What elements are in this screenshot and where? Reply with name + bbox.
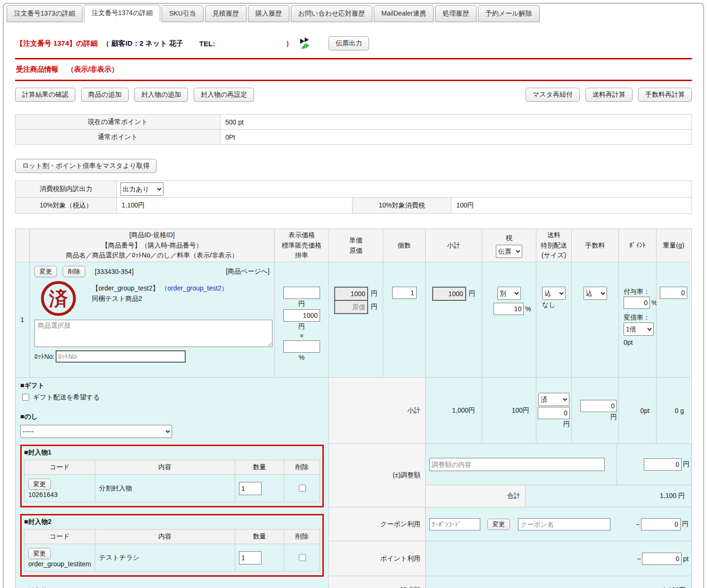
coupon-name-input[interactable]	[518, 518, 610, 530]
subtotal-input[interactable]	[432, 287, 466, 301]
product-page-link[interactable]: [商品ページへ]	[226, 267, 270, 276]
unit-price-input[interactable]	[334, 287, 368, 301]
product-group-link[interactable]: （order_group_test2）	[161, 284, 228, 292]
yen-unit: 円	[563, 420, 570, 429]
adjustment-amount-cell: 円	[617, 444, 691, 485]
insert-qty-header: 数量	[235, 460, 284, 475]
col-fee-header: 手数料	[572, 229, 619, 262]
lot-no-input[interactable]	[56, 350, 186, 363]
rate-input[interactable]	[283, 340, 320, 353]
tax-output-select[interactable]: 出力あり	[120, 182, 164, 196]
tab-inquiry-history[interactable]: お問い合わせ応対履歴	[291, 5, 372, 22]
add-insert-button[interactable]: 封入物の追加	[134, 88, 188, 102]
insert-1-change-button[interactable]: 変更	[28, 479, 51, 490]
slip-output-button[interactable]: 伝票出力	[329, 36, 369, 50]
lot-fetch-button[interactable]: ロット割・ポイント倍率をマスタより取得	[15, 159, 156, 173]
table-row: 10%対象（税込） 1,100円 10%対象消費税 100円	[16, 198, 692, 214]
coupon-cell: 変更 − 円	[426, 507, 691, 541]
insert-2-delete-checkbox[interactable]	[299, 554, 306, 561]
display-price-cell: 円 円 × %	[275, 262, 329, 378]
insert-2-content: テストチラシ	[95, 544, 235, 571]
change-product-button[interactable]: 変更	[34, 266, 57, 277]
point-use-input[interactable]	[642, 553, 682, 565]
coupon-code-input[interactable]	[429, 518, 480, 530]
point-total: 0pt	[624, 338, 653, 348]
yen-unit: 円	[682, 520, 689, 529]
shipping-tax-select[interactable]: 込	[542, 287, 566, 300]
fee-tax-select[interactable]: 込	[584, 287, 607, 300]
tab-process-history[interactable]: 処理履歴	[435, 5, 477, 22]
insert-delete-header: 削除	[284, 530, 320, 544]
tab-purchase-history[interactable]: 購入履歴	[248, 5, 289, 22]
tab-maildealer-link[interactable]: MailDealer連携	[374, 5, 434, 22]
insert-2-code-cell: 変更 order_group_testitem	[25, 544, 95, 571]
summary-weight-value: 0 g	[657, 378, 691, 443]
tax-type-select[interactable]: 別	[497, 287, 521, 300]
page-title: 【注文番号 1374】の詳細	[16, 39, 98, 48]
point-rate-input[interactable]	[624, 297, 650, 309]
insert-1-qty-input[interactable]	[239, 482, 262, 495]
summary-point-value: 0pt	[619, 378, 657, 443]
tab-order-1373-detail[interactable]: 注文番号1373の詳細	[7, 5, 82, 22]
coupon-change-button[interactable]: 変更	[487, 519, 510, 530]
delete-product-button[interactable]: 削除	[63, 266, 85, 277]
point-use-label: ポイント利用	[329, 541, 426, 576]
gift-delivery-checkbox[interactable]	[22, 394, 29, 401]
gift-and-inserts-cell: ■ギフト ギフト配送を希望する ■のし ----- ■封入物1 コード	[16, 378, 329, 588]
shipping-fee-input[interactable]	[538, 407, 570, 419]
summary-fee-cell: 円	[572, 378, 619, 443]
display-price-input[interactable]	[283, 287, 320, 299]
point-mult-label: 変倍率：	[624, 313, 653, 323]
coupon-amount-input[interactable]	[641, 518, 681, 530]
gift-delivery-option[interactable]: ギフト配送を希望する	[20, 392, 324, 402]
insert-1-delete-checkbox[interactable]	[299, 485, 306, 492]
master-relink-button[interactable]: マスタ再紐付	[526, 88, 580, 102]
divider	[15, 58, 692, 59]
product-choice-textarea[interactable]	[34, 320, 272, 347]
col-subtotal-header: 小計	[426, 229, 482, 262]
insert-1-table: コード 内容 数量 削除 変更 10261643 分割封入物	[24, 460, 320, 502]
tab-reserve-mail-cancel[interactable]: 予約メール解除	[478, 5, 540, 22]
tax-rate-input[interactable]	[493, 303, 524, 315]
add-product-button[interactable]: 商品の追加	[81, 88, 128, 102]
fee-recalc-button[interactable]: 手数料再計算	[638, 88, 692, 102]
tax-table: 消費税額内訳出力 出力あり 10%対象（税込） 1,100円 10%対象消費税 …	[15, 181, 692, 214]
current-points-value: 500 pt	[221, 115, 692, 130]
reset-insert-button[interactable]: 封入物の再設定	[194, 88, 254, 102]
product-row: 1 変更 削除 [333430-354] [商品ページへ] 済 【order_g…	[16, 262, 691, 378]
shipping-recalc-button[interactable]: 送料再計算	[585, 88, 633, 102]
percent-unit: %	[525, 305, 531, 313]
adjustment-cells: 円 合計 1,100 円	[426, 444, 691, 507]
shipping-status-select[interactable]: 済	[538, 393, 569, 406]
handling-fee-input[interactable]	[580, 400, 617, 412]
col-rownum-header	[16, 229, 30, 262]
insert-2-change-button[interactable]: 変更	[28, 548, 51, 559]
tab-sku-allocation[interactable]: SKU引当	[162, 5, 204, 22]
cost-input[interactable]	[334, 300, 368, 314]
point-mult-select[interactable]: 1倍	[624, 323, 654, 336]
point-cell: 付与率： % 変倍率： 1倍 0pt	[619, 262, 657, 378]
standard-price-input[interactable]	[283, 309, 320, 322]
table-header-row: コード 内容 数量 削除	[25, 460, 320, 475]
quantity-input[interactable]	[392, 287, 417, 299]
insert-box-1: ■封入物1 コード 内容 数量 削除 変更 102	[20, 445, 324, 507]
confirm-calc-button[interactable]: 計算結果の確認	[15, 88, 75, 102]
noshi-select[interactable]: -----	[20, 425, 172, 438]
adjustment-amount-input[interactable]	[644, 458, 682, 471]
tab-estimate-history[interactable]: 見積履歴	[205, 5, 247, 22]
table-row: 現在の通常ポイント 500 pt	[16, 115, 692, 130]
col-point-header: ﾎﾟｲﾝﾄ	[619, 229, 657, 262]
gift-checkbox-label: ギフト配送を希望する	[33, 393, 100, 402]
tax-cell: 別 %	[482, 262, 536, 378]
table-row: 変更 order_group_testitem テストチラシ	[25, 544, 320, 571]
yen-unit: 円	[371, 303, 378, 311]
tab-order-1374-detail[interactable]: 注文番号1374の詳細	[84, 5, 160, 22]
insert-1-content: 分割封入物	[95, 475, 235, 502]
adjustment-content-input[interactable]	[429, 458, 605, 471]
section-toggle-link[interactable]: （表示/非表示）	[67, 65, 118, 74]
insert-2-qty-cell	[235, 544, 284, 571]
weight-input[interactable]	[660, 287, 687, 299]
insert-2-qty-input[interactable]	[239, 551, 262, 564]
insert-2-delete-cell	[284, 544, 320, 571]
tax-doc-select[interactable]: 伝票	[496, 245, 522, 258]
